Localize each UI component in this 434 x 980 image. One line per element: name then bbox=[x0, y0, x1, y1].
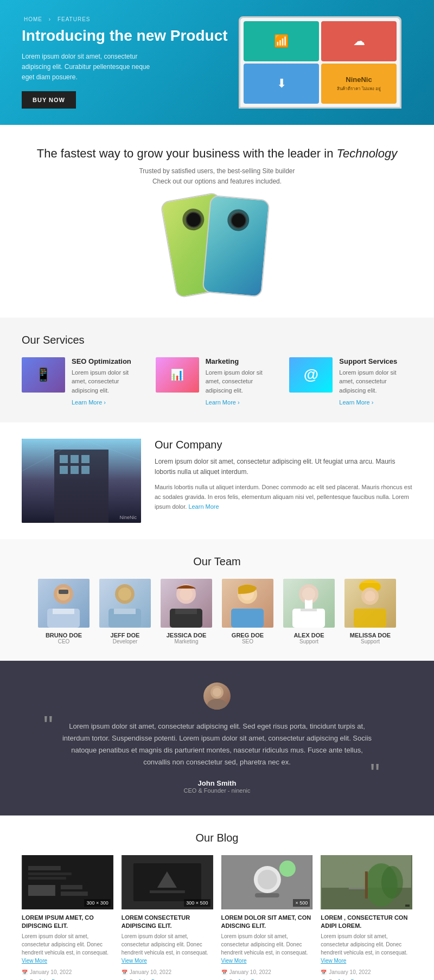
cloud-download-icon: ⬇ bbox=[277, 77, 286, 91]
svg-point-39 bbox=[213, 688, 221, 697]
blog-view-more-3[interactable]: View More bbox=[221, 958, 247, 964]
team-photo-bruno bbox=[38, 579, 90, 628]
service-learn-more-seo[interactable]: Learn More bbox=[72, 399, 106, 406]
team-member-bruno: BRUNO DOE CEO bbox=[35, 579, 92, 644]
svg-rect-15 bbox=[59, 590, 68, 594]
blog-view-more-4[interactable]: View More bbox=[321, 958, 346, 964]
service-item-seo: 📱 SEO Optimization Lorem ipsum dolor sit… bbox=[22, 357, 145, 407]
team-title: Our Team bbox=[22, 555, 412, 568]
laptop-screen: 📶 ☁ ⬇ NineNicสินค้าดีราคา ไม่แพง อยู่ bbox=[239, 16, 401, 109]
service-learn-more-support[interactable]: Learn More bbox=[339, 399, 373, 406]
cloud-upload-icon: ☁ bbox=[353, 34, 365, 48]
team-role-alex: Support bbox=[299, 638, 318, 644]
at-icon: @ bbox=[304, 366, 318, 383]
tagline-subtitle-line1: Trusted by satisfied users, the best-sel… bbox=[22, 166, 412, 176]
blog-meta-2: 📅January 10, 2022 👤By John Doe 🏷Duis, Ne… bbox=[122, 968, 213, 980]
blog-section: Our Blog 300 × 300 LOREM IPSUM AMET, CO … bbox=[0, 815, 434, 980]
blog-img-label-1: 300 × 300 bbox=[84, 899, 110, 907]
team-member-melissa: MELISSA DOE Support bbox=[342, 579, 399, 644]
company-learn-more[interactable]: Learn More bbox=[188, 503, 219, 510]
person-svg-melissa bbox=[344, 579, 396, 628]
team-member-jeff: JEFF DOE Developer bbox=[97, 579, 154, 644]
svg-rect-5 bbox=[71, 466, 79, 474]
service-title-support: Support Services bbox=[339, 357, 412, 365]
svg-point-53 bbox=[257, 870, 277, 889]
blog-excerpt-4: Lorem ipsum dolor sit amet, consectetur … bbox=[321, 932, 412, 965]
blog-img-label-4 bbox=[405, 905, 410, 907]
service-content-support: Support Services Lorem ipsum dolor sit a… bbox=[339, 357, 412, 407]
team-photo-melissa bbox=[344, 579, 396, 628]
svg-rect-60 bbox=[365, 871, 368, 899]
laptop-mockup: 📶 ☁ ⬇ NineNicสินค้าดีราคา ไม่แพง อยู่ bbox=[239, 16, 401, 109]
svg-rect-6 bbox=[81, 466, 90, 474]
team-name-greg: GREG DOE bbox=[232, 632, 264, 638]
blog-post-title-2: LOREM CONSECTETUR ADIPISCING ELIT. bbox=[122, 914, 213, 930]
service-title-marketing: Marketing bbox=[206, 357, 279, 365]
team-photo-inner-bruno bbox=[38, 579, 90, 628]
service-learn-more-marketing[interactable]: Learn More bbox=[206, 399, 240, 406]
team-name-alex: ALEX DOE bbox=[293, 632, 324, 638]
blog-view-more-2[interactable]: View More bbox=[122, 958, 147, 964]
svg-rect-3 bbox=[81, 455, 90, 463]
team-photo-inner-alex bbox=[283, 579, 335, 628]
team-photo-greg bbox=[222, 579, 273, 628]
blog-view-more-1[interactable]: View More bbox=[22, 958, 47, 964]
team-section: Our Team BRUNO DOE CEO bbox=[0, 539, 434, 661]
company-title: Our Company bbox=[155, 439, 412, 451]
calendar-icon-1: 📅 bbox=[22, 969, 28, 976]
hero-left: HOME › FEATURES Introducing the new Prod… bbox=[22, 16, 228, 109]
team-role-jessica: Marketing bbox=[175, 638, 199, 644]
company-watermark: NineNic bbox=[119, 515, 137, 520]
team-role-melissa: Support bbox=[361, 638, 380, 644]
svg-point-55 bbox=[279, 861, 295, 877]
blog-grid: 300 × 300 LOREM IPSUM AMET, CO DIPISCING… bbox=[22, 855, 412, 980]
blog-card-3: × 500 LOREM DOLOR SIT AMET, CON ADISCING… bbox=[221, 855, 313, 980]
hero-title: Introducing the new Product bbox=[22, 27, 228, 45]
tagline-subtitle-line2: Check out our options and features inclu… bbox=[22, 176, 412, 187]
svg-rect-44 bbox=[28, 885, 55, 896]
svg-rect-2 bbox=[71, 455, 79, 463]
service-image-support: @ bbox=[289, 357, 333, 393]
blog-post-title-1: LOREM IPSUM AMET, CO DIPISCING ELIT. bbox=[22, 914, 113, 930]
breadcrumb: HOME › FEATURES bbox=[22, 16, 228, 22]
quote-open-icon: " bbox=[43, 712, 53, 739]
service-title-seo: SEO Optimization bbox=[72, 357, 145, 365]
team-role-bruno: CEO bbox=[58, 638, 70, 644]
phone-mockup-2 bbox=[202, 194, 270, 297]
laptop-tile-cloud-up: ☁ bbox=[321, 21, 397, 61]
testimonial-author-name: John Smith bbox=[22, 779, 412, 787]
laptop-tile-wifi: 📶 bbox=[244, 21, 319, 61]
calendar-icon-3: 📅 bbox=[221, 969, 227, 976]
team-name-jessica: JESSICA DOE bbox=[167, 632, 207, 638]
testimonial-content: " Lorem ipsum dolor sit amet, consectetu… bbox=[54, 720, 380, 768]
calendar-icon-2: 📅 bbox=[122, 969, 127, 976]
svg-rect-1 bbox=[60, 455, 68, 463]
laptop-tile-cloud-down: ⬇ bbox=[244, 64, 319, 104]
team-member-greg: GREG DOE SEO bbox=[219, 579, 276, 644]
team-member-jessica: JESSICA DOE Marketing bbox=[158, 579, 215, 644]
service-image-marketing: 📊 bbox=[156, 357, 199, 393]
svg-rect-43 bbox=[28, 877, 66, 880]
team-photo-alex bbox=[283, 579, 335, 628]
team-photo-jessica bbox=[161, 579, 212, 628]
svg-rect-35 bbox=[354, 609, 386, 628]
svg-rect-25 bbox=[231, 609, 264, 628]
service-desc-marketing: Lorem ipsum dolor sit amet, consectetur … bbox=[206, 368, 279, 395]
phone-camera-2 bbox=[227, 208, 250, 231]
testimonial-avatar bbox=[203, 682, 231, 710]
service-image-seo: 📱 bbox=[22, 357, 65, 393]
svg-line-7 bbox=[54, 439, 81, 450]
buy-now-button[interactable]: BUY NOW bbox=[22, 91, 76, 109]
team-photo-inner-jessica bbox=[161, 579, 212, 628]
person-svg-alex bbox=[283, 579, 335, 628]
svg-rect-46 bbox=[61, 892, 88, 896]
svg-point-59 bbox=[381, 866, 403, 899]
blog-img-svg-4 bbox=[321, 855, 412, 909]
testimonial-author-block: John Smith CEO & Founder - ninenic bbox=[22, 779, 412, 794]
blog-meta-3: 📅January 10, 2022 👤By John Doe 🏷Duis, Ne… bbox=[221, 968, 313, 980]
service-content-marketing: Marketing Lorem ipsum dolor sit amet, co… bbox=[206, 357, 279, 407]
services-title: Our Services bbox=[22, 334, 412, 346]
blog-card-2: 300 × 500 LOREM CONSECTETUR ADIPISCING E… bbox=[122, 855, 213, 980]
blog-image-2: 300 × 500 bbox=[122, 855, 213, 909]
company-body: Mauris lobortis nulla ut aliquet interdu… bbox=[155, 483, 412, 511]
